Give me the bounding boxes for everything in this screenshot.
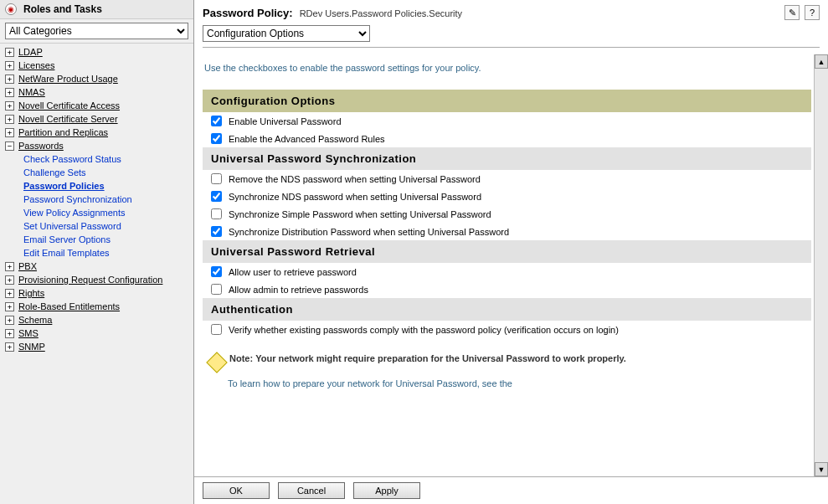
category-dropdown[interactable]: All Categories [5, 23, 188, 39]
option-checkbox[interactable] [211, 191, 222, 202]
expand-icon[interactable]: + [5, 48, 14, 57]
sub-link[interactable]: Email Server Options [23, 233, 193, 246]
tree-label[interactable]: NMAS [18, 87, 45, 97]
sub-link[interactable]: Check Password Status [23, 152, 193, 166]
tree-item[interactable]: −Passwords [0, 139, 193, 152]
tree-item[interactable]: +SMS [0, 327, 193, 340]
tree-item[interactable]: +LDAP [0, 45, 193, 59]
note-subtext: To learn how to prepare your network for… [228, 378, 811, 388]
section-header: Configuration Options [203, 90, 811, 112]
sub-link[interactable]: Password Synchronization [23, 193, 193, 206]
option-row: Verify whether existing passwords comply… [203, 321, 811, 338]
scroll-up-icon[interactable]: ▲ [815, 54, 828, 69]
option-label: Enable Universal Password [229, 116, 342, 126]
tree-item[interactable]: +PBX [0, 260, 193, 273]
tree-item[interactable]: +Rights [0, 286, 193, 300]
sidebar: ◉ Roles and Tasks All Categories +LDAP+L… [0, 0, 194, 504]
expand-icon[interactable]: + [5, 88, 14, 97]
expand-icon[interactable]: + [5, 316, 14, 325]
tree-item[interactable]: +Novell Certificate Access [0, 99, 193, 112]
expand-icon[interactable]: + [5, 262, 14, 271]
option-checkbox[interactable] [211, 284, 222, 295]
option-checkbox[interactable] [211, 116, 222, 126]
ok-button[interactable]: OK [203, 482, 270, 499]
tree-label[interactable]: Rights [18, 288, 44, 298]
section-header: Authentication [203, 298, 811, 321]
tree-item[interactable]: +Partition and Replicas [0, 126, 193, 139]
cancel-button[interactable]: Cancel [278, 482, 345, 499]
sub-link[interactable]: Challenge Sets [23, 166, 193, 179]
tree-item[interactable]: +Novell Certificate Server [0, 112, 193, 126]
expand-icon[interactable]: + [5, 329, 14, 338]
option-label: Remove the NDS password when setting Uni… [229, 174, 481, 184]
main-header: Password Policy: RDev Users.Password Pol… [194, 0, 828, 23]
expand-icon[interactable]: + [5, 128, 14, 137]
content-area: ▲ ▼ Use the checkboxes to enable the pas… [194, 54, 828, 476]
expand-icon[interactable]: + [5, 289, 14, 298]
tree-label[interactable]: Novell Certificate Access [18, 100, 120, 111]
expand-icon[interactable]: + [5, 61, 14, 70]
sub-link[interactable]: Edit Email Templates [23, 246, 193, 260]
tree-label[interactable]: PBX [18, 261, 37, 271]
section-header: Universal Password Synchronization [203, 147, 811, 170]
expand-icon[interactable]: + [5, 101, 14, 111]
scroll-down-icon[interactable]: ▼ [815, 462, 828, 476]
option-row: Enable Universal Password [203, 112, 811, 130]
option-row: Enable the Advanced Password Rules [203, 130, 811, 147]
option-checkbox[interactable] [211, 208, 222, 219]
tree-item[interactable]: +NMAS [0, 85, 193, 99]
help-icon[interactable]: ? [805, 5, 820, 20]
option-label: Verify whether existing passwords comply… [229, 325, 619, 335]
tree-label[interactable]: Passwords [18, 141, 64, 151]
vertical-scrollbar[interactable]: ▲ ▼ [814, 54, 828, 476]
option-checkbox[interactable] [211, 226, 222, 237]
warning-icon [206, 352, 227, 373]
expand-icon[interactable]: + [5, 342, 14, 352]
option-row: Synchronize NDS password when setting Un… [203, 188, 811, 205]
tree-item[interactable]: +SNMP [0, 340, 193, 353]
tree-label[interactable]: LDAP [18, 47, 43, 57]
tree-item[interactable]: +NetWare Product Usage [0, 72, 193, 85]
option-checkbox[interactable] [211, 324, 222, 335]
tree-item[interactable]: +Schema [0, 313, 193, 327]
tree-label[interactable]: Role-Based Entitlements [18, 301, 120, 311]
apply-button[interactable]: Apply [353, 482, 420, 499]
tree-item[interactable]: +Licenses [0, 59, 193, 72]
expand-icon[interactable]: + [5, 115, 14, 124]
note-bold: Your network might require preparation f… [255, 353, 626, 363]
tree-item[interactable]: +Provisioning Request Configuration [0, 273, 193, 286]
roles-tree[interactable]: +LDAP+Licenses+NetWare Product Usage+NMA… [0, 44, 193, 504]
expand-icon[interactable]: + [5, 302, 14, 311]
tree-item[interactable]: +Role-Based Entitlements [0, 300, 193, 313]
option-checkbox[interactable] [211, 266, 222, 277]
tree-label[interactable]: Novell Certificate Server [18, 114, 118, 124]
sub-link[interactable]: Password Policies [23, 179, 193, 193]
option-checkbox[interactable] [211, 173, 222, 184]
tree-label[interactable]: Schema [18, 315, 52, 325]
subtree: Check Password StatusChallenge SetsPassw… [0, 152, 193, 260]
option-label: Synchronize Simple Password when setting… [229, 209, 491, 219]
tree-label[interactable]: SMS [18, 328, 39, 338]
option-row: Synchronize Distribution Password when s… [203, 223, 811, 240]
note-box: Note: Your network might require prepara… [204, 350, 810, 373]
expand-icon[interactable]: + [5, 75, 14, 84]
option-row: Allow user to retrieve password [203, 263, 811, 280]
sub-link[interactable]: Set Universal Password [23, 219, 193, 233]
tree-label[interactable]: Licenses [18, 60, 54, 70]
tree-label[interactable]: SNMP [18, 342, 45, 352]
footer-buttons: OK Cancel Apply [194, 476, 828, 504]
collapse-icon[interactable]: − [5, 141, 14, 151]
divider [203, 47, 820, 48]
tree-label[interactable]: NetWare Product Usage [18, 74, 118, 84]
option-row: Allow admin to retrieve passwords [203, 280, 811, 298]
option-checkbox[interactable] [211, 133, 222, 144]
breadcrumb-path: RDev Users.Password Policies.Security [300, 8, 462, 18]
option-label: Synchronize Distribution Password when s… [229, 227, 509, 237]
tab-dropdown[interactable]: Configuration Options [203, 25, 370, 42]
edit-icon[interactable]: ✎ [784, 5, 800, 20]
sub-link[interactable]: View Policy Assignments [23, 206, 193, 219]
tree-label[interactable]: Partition and Replicas [18, 127, 108, 137]
expand-icon[interactable]: + [5, 275, 14, 285]
option-row: Remove the NDS password when setting Uni… [203, 170, 811, 188]
tree-label[interactable]: Provisioning Request Configuration [18, 275, 162, 285]
